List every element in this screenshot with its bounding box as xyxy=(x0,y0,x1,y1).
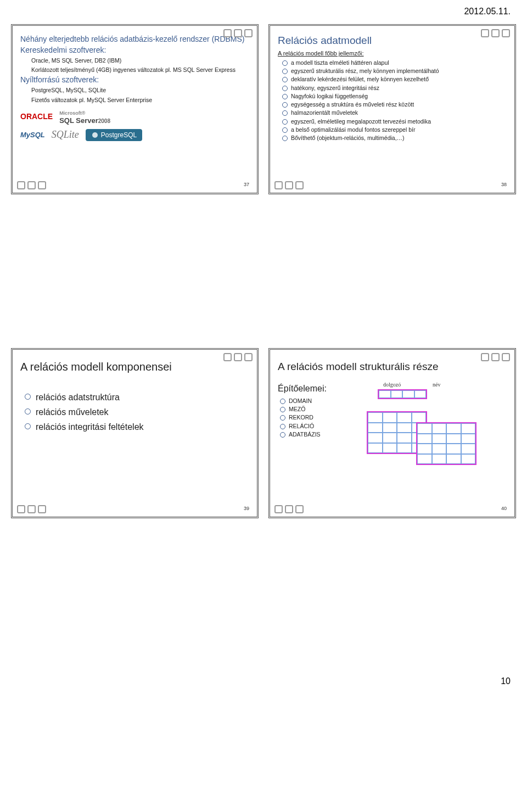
list-item: deklaratív lekérdezési felület, mely kön… xyxy=(282,75,507,83)
binding-holes-bottom xyxy=(274,181,304,189)
body-text: Fizetős változatok pl. MySQL Server Ente… xyxy=(31,96,249,104)
page-date: 2012.05.11. xyxy=(0,0,527,19)
mysql-logo: MySQL xyxy=(20,131,45,139)
sqlite-logo: SQLite xyxy=(52,129,79,141)
slide-subtitle: A relációs modell főbb jellemzői: xyxy=(278,50,507,57)
logo-row-1: ORACLE Microsoft® SQL Server2008 xyxy=(20,108,249,125)
list-item: egységesség a struktúra és műveleti rész… xyxy=(282,100,507,109)
body-text: Korlátozott teljesítményű (4GB) ingyenes… xyxy=(31,66,249,74)
slide-row-2: A relációs modell komponensei relációs a… xyxy=(11,348,516,518)
page-number: 10 xyxy=(0,672,527,693)
list-item: halmazorientált műveletek xyxy=(282,109,507,117)
slide-number: 40 xyxy=(501,506,507,511)
body-text: PostgreSQL, MySQL, SQLite xyxy=(31,86,249,94)
binding-holes-top xyxy=(481,353,510,361)
binding-holes-top xyxy=(223,353,253,361)
binding-holes-bottom xyxy=(17,181,46,189)
list-item: hatékony, egyszerű integritási rész xyxy=(282,84,507,92)
logo-row-2: MySQL SQLite PostgreSQL xyxy=(20,129,249,141)
list-item: egyszerű, elméletileg megalapozott terve… xyxy=(282,117,507,126)
slide-40: A relációs modell strukturális része Épí… xyxy=(268,348,516,518)
list-item: egyszerű strukturális rész, mely könnyen… xyxy=(282,67,507,75)
slide-38: Relációs adatmodell A relációs modell fő… xyxy=(268,24,516,194)
table-diagram: dolgozó név xyxy=(367,384,476,466)
svg-point-0 xyxy=(92,132,98,138)
list-item: relációs adatstruktúra xyxy=(25,390,249,405)
list-item: Bővíthető (objektum-relációs, multimédia… xyxy=(282,134,507,142)
slide-title: A relációs modell komponensei xyxy=(20,361,249,373)
list-item: MEZŐ xyxy=(280,405,360,413)
list-item: REKORD xyxy=(280,413,360,422)
slide-37: Néhány elterjedtebb relációs adatbázis-k… xyxy=(11,24,259,194)
list-item: a belső optimalizálási modul fontos szer… xyxy=(282,126,507,134)
binding-holes-top xyxy=(223,29,253,37)
slide-row-1: Néhány elterjedtebb relációs adatbázis-k… xyxy=(11,24,516,194)
binding-holes-bottom xyxy=(17,505,46,513)
bullet-list: a modell tiszta elméleti háttéren alapul… xyxy=(282,59,507,142)
slide-title: Néhány elterjedtebb relációs adatbázis-k… xyxy=(20,35,249,43)
slide-39: A relációs modell komponensei relációs a… xyxy=(11,348,259,518)
slide-number: 37 xyxy=(244,182,249,187)
list-item: relációs műveletek xyxy=(25,405,249,419)
postgresql-logo: PostgreSQL xyxy=(86,129,142,141)
postgres-icon xyxy=(91,131,99,139)
list-item: RELÁCIÓ xyxy=(280,422,360,430)
diagram-grid-box xyxy=(416,422,476,465)
list-item: Nagyfokú logikai függetlenség xyxy=(282,92,507,100)
list-item: ADATBÁZIS xyxy=(280,430,360,439)
sqlserver-logo: Microsoft® SQL Server2008 xyxy=(59,108,110,125)
binding-holes-bottom xyxy=(274,505,304,513)
section-title: Kereskedelmi szoftverek: xyxy=(20,46,249,54)
section-title: Építőelemei: xyxy=(278,384,360,394)
diagram-label-nev: név xyxy=(433,382,440,388)
body-text: Oracle, MS SQL Server, DB2 (IBM) xyxy=(31,57,249,64)
bullet-list: DOMAIN MEZŐ REKORD RELÁCIÓ ADATBÁZIS xyxy=(280,397,360,439)
binding-holes-top xyxy=(481,29,510,37)
page: Néhány elterjedtebb relációs adatbázis-k… xyxy=(0,19,527,518)
bullet-list: relációs adatstruktúra relációs művelete… xyxy=(25,390,249,435)
diagram-header-row xyxy=(378,389,427,399)
list-item: relációs integritási feltételek xyxy=(25,419,249,434)
list-item: a modell tiszta elméleti háttéren alapul xyxy=(282,59,507,67)
slide-number: 38 xyxy=(501,182,507,187)
section-title: Nyíltforrású szoftverek: xyxy=(20,75,249,84)
slide-title: Relációs adatmodell xyxy=(278,35,507,47)
list-item: DOMAIN xyxy=(280,397,360,405)
slide-number: 39 xyxy=(244,506,249,511)
slide-title: A relációs modell strukturális része xyxy=(278,361,507,373)
diagram-label-dolgozo: dolgozó xyxy=(383,382,401,388)
oracle-logo: ORACLE xyxy=(20,112,53,121)
